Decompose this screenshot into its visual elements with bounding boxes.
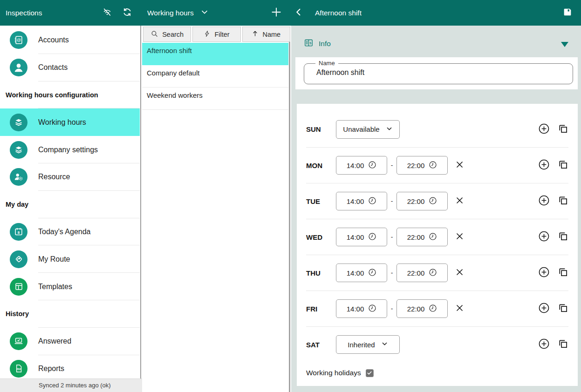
list-scrollbar[interactable] (289, 42, 290, 392)
day-row-actions (538, 338, 568, 351)
remove-interval-button[interactable] (454, 267, 465, 279)
range-separator: - (387, 162, 396, 169)
offline-button[interactable] (100, 0, 115, 26)
start-time-input[interactable]: 14:00 (336, 228, 387, 246)
day-controls: 14:00 - 22:00 (336, 192, 538, 210)
search-button[interactable]: Search (143, 27, 191, 42)
list-item-afternoon-shift[interactable]: Afternoon shift (142, 43, 288, 65)
working-hours-card: SUN Unavailable MON 14:00 - 22:00 (297, 104, 578, 386)
remove-interval-button[interactable] (454, 303, 465, 315)
add-interval-button[interactable] (538, 123, 550, 136)
info-section-title: Info (319, 40, 331, 48)
clock-icon (429, 304, 437, 314)
save-button[interactable] (560, 0, 575, 26)
end-time-input[interactable]: 22:00 (396, 264, 448, 282)
end-time-value: 22:00 (407, 162, 425, 169)
layers-icon (10, 114, 27, 131)
copy-icon (558, 338, 568, 351)
copy-day-button[interactable] (558, 123, 568, 135)
collapse-triangle-icon[interactable] (561, 42, 568, 47)
back-button[interactable] (293, 0, 305, 26)
sort-by-name-button[interactable]: Name (242, 27, 290, 42)
clock-icon (368, 161, 376, 170)
app-title: Inspections (6, 0, 42, 26)
start-time-value: 14:00 (347, 305, 364, 313)
filter-label: Filter (214, 31, 229, 38)
sidebar-scrollbar[interactable] (140, 26, 141, 378)
offline-icon (102, 7, 112, 19)
day-rows: SUN Unavailable MON 14:00 - 22:00 (306, 111, 568, 362)
add-interval-button[interactable] (538, 230, 550, 243)
sidebar-section-my-day: My day (0, 191, 140, 218)
contact-person-icon (10, 59, 27, 76)
add-interval-button[interactable] (538, 159, 550, 172)
ledger-book-icon: $ (304, 38, 314, 50)
add-interval-button[interactable] (538, 338, 550, 351)
clock-icon (429, 196, 437, 206)
calendar-icon: 8 (10, 223, 27, 241)
entity-selector[interactable]: Working hours (147, 0, 208, 26)
sidebar-item-accounts[interactable]: @ Accounts (0, 27, 140, 54)
working-holidays-checkbox[interactable] (366, 369, 374, 377)
info-section-header[interactable]: $ Info (304, 37, 331, 50)
filter-button[interactable]: Filter (192, 27, 240, 42)
sidebar-item-contacts[interactable]: Contacts (0, 54, 140, 81)
start-time-value: 14:00 (347, 233, 364, 241)
sidebar-section-working-hours-configuration: Working hours configuration (0, 81, 140, 109)
sidebar-item-my-route[interactable]: My Route (0, 245, 140, 273)
working-holidays-row: Working holidays (306, 362, 568, 384)
day-controls: 14:00 - 22:00 (336, 228, 538, 246)
day-row-thu: THU 14:00 - 22:00 (306, 255, 568, 291)
copy-day-button[interactable] (558, 195, 568, 207)
end-time-input[interactable]: 22:00 (396, 156, 448, 175)
clock-icon (368, 196, 376, 206)
sidebar-item-answered[interactable]: Answered (0, 328, 140, 355)
search-label: Search (162, 31, 184, 38)
list-item-weekend-workers[interactable]: Weekend workers (142, 88, 288, 110)
day-row-wed: WED 14:00 - 22:00 (306, 219, 568, 255)
availability-select[interactable]: Inherited (336, 335, 400, 354)
sidebar-item-resource[interactable]: Resource (0, 163, 140, 191)
app-window: Inspections Working hours Afternoon shif… (0, 0, 581, 392)
sidebar-item-company-settings[interactable]: Company settings (0, 136, 140, 163)
x-icon (455, 196, 464, 206)
start-time-input[interactable]: 14:00 (336, 264, 387, 282)
sidebar-item-reports[interactable]: PDF Reports (0, 355, 140, 378)
copy-day-button[interactable] (558, 231, 568, 243)
copy-day-button[interactable] (558, 338, 568, 351)
copy-day-button[interactable] (558, 159, 568, 171)
sidebar-item-working-hours[interactable]: Working hours (0, 108, 140, 136)
chevron-down-icon (386, 125, 393, 134)
add-record-button[interactable] (269, 0, 284, 26)
end-time-input[interactable]: 22:00 (396, 299, 448, 318)
name-field[interactable]: Name Afternoon shift (304, 63, 573, 84)
name-field-value: Afternoon shift (316, 68, 364, 77)
availability-select[interactable]: Unavailable (336, 120, 400, 139)
record-title: Afternoon shift (315, 0, 362, 26)
copy-day-button[interactable] (558, 303, 568, 315)
remove-interval-button[interactable] (454, 231, 465, 243)
end-time-input[interactable]: 22:00 (396, 228, 448, 246)
chevron-left-icon (294, 7, 303, 18)
start-time-input[interactable]: 14:00 (336, 156, 387, 175)
sidebar-item-label: Contacts (38, 63, 68, 72)
add-interval-button[interactable] (538, 302, 550, 315)
plus-circle-icon (538, 302, 550, 315)
x-icon (455, 160, 464, 170)
add-interval-button[interactable] (538, 195, 550, 208)
svg-text:PDF: PDF (16, 368, 21, 371)
end-time-input[interactable]: 22:00 (396, 192, 448, 210)
start-time-input[interactable]: 14:00 (336, 192, 387, 210)
remove-interval-button[interactable] (454, 159, 465, 171)
sidebar-item-today-s-agenda[interactable]: 8 Today's Agenda (0, 218, 140, 246)
list-item-company-default[interactable]: Company default (142, 65, 288, 88)
sidebar-item-label: My Route (38, 255, 70, 264)
remove-interval-button[interactable] (454, 195, 465, 207)
start-time-input[interactable]: 14:00 (336, 299, 387, 318)
copy-day-button[interactable] (558, 267, 568, 279)
add-interval-button[interactable] (538, 266, 550, 279)
copy-icon (558, 267, 568, 279)
day-row-sat: SAT Inherited (306, 326, 568, 362)
sync-button[interactable] (120, 0, 135, 26)
sidebar-item-templates[interactable]: Templates (0, 273, 140, 300)
